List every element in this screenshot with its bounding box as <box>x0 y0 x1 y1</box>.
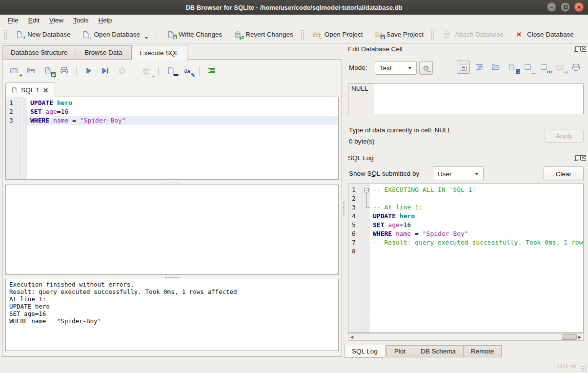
stop-execution-button[interactable] <box>116 64 128 77</box>
toolbar-grip[interactable] <box>431 29 435 40</box>
horizontal-splitter[interactable] <box>5 181 339 184</box>
save-results-dropdown-arrow[interactable] <box>152 76 155 78</box>
revert-changes-label: Revert Changes <box>245 31 293 38</box>
code-line[interactable]: 8 <box>348 247 583 256</box>
log-horizontal-scrollbar[interactable]: ◀ ▶ <box>348 333 584 341</box>
close-sql-tab-icon[interactable]: ✕ <box>43 87 49 94</box>
menu-edit[interactable]: Edit <box>23 16 44 25</box>
copy-link-button[interactable] <box>537 61 550 74</box>
close-panel-icon[interactable]: ✕ <box>581 155 586 161</box>
results-pane[interactable] <box>5 185 339 275</box>
encoding-indicator[interactable]: UTF-8 <box>557 362 576 370</box>
close-panel-icon[interactable]: ✕ <box>581 46 586 52</box>
scrollbar-thumb[interactable] <box>562 334 577 340</box>
toolbar-grip[interactable] <box>3 29 7 40</box>
line-number: 6 <box>348 229 364 238</box>
set-null-button[interactable]: ⊖ <box>553 61 567 74</box>
fold-margin-cell <box>21 99 27 107</box>
open-in-external-button[interactable]: → <box>521 61 534 74</box>
vertical-splitter[interactable] <box>342 60 345 357</box>
import-cell-data-button[interactable] <box>489 61 502 74</box>
dock-tab-db-schema[interactable]: DB Schema <box>413 345 464 357</box>
dock-tab-remote[interactable]: Remote <box>464 345 502 357</box>
print-sql-button[interactable] <box>58 64 70 77</box>
titlebar[interactable]: DB Browser for SQLite - /home/user/code/… <box>0 0 588 15</box>
tab-browse-data[interactable]: Browse Data <box>76 45 131 60</box>
tab-execute-sql[interactable]: Execute SQL <box>131 45 188 60</box>
menu-help[interactable]: Help <box>94 16 117 25</box>
menu-tools[interactable]: Tools <box>68 16 94 25</box>
execute-current-line-button[interactable] <box>99 64 111 77</box>
revert-changes-button[interactable]: ⇄ Revert Changes <box>227 27 299 42</box>
code-line[interactable]: 3-- At line 1: <box>348 203 583 212</box>
write-changes-icon <box>166 30 175 39</box>
sql-log-view[interactable]: 1-- EXECUTING ALL IN 'SQL 1'2--3-- At li… <box>348 184 584 333</box>
auto-completion-button[interactable]: aa ✎ <box>181 64 193 77</box>
word-wrap-button[interactable] <box>473 61 486 74</box>
fold-guide-line <box>366 207 370 208</box>
open-database-button[interactable]: → Open Database <box>76 27 154 42</box>
open-sql-tab-button[interactable]: + <box>8 64 20 77</box>
code-line[interactable]: 3WHERE name = "Spider-Boy" <box>6 116 338 125</box>
write-changes-button[interactable]: Write Changes <box>161 27 227 42</box>
fold-collapse-icon[interactable] <box>365 188 369 192</box>
code-line[interactable]: 1UPDATE hero <box>6 99 338 107</box>
mode-combobox[interactable]: Text <box>375 61 417 75</box>
document-icon <box>460 63 467 71</box>
new-database-button[interactable]: + New Database <box>9 27 76 42</box>
clear-log-button[interactable]: Clear <box>544 166 584 181</box>
save-project-button[interactable]: Save Project <box>368 27 429 42</box>
apply-mode-button[interactable]: ⚙ → <box>419 61 433 75</box>
text-mode-toggle[interactable] <box>457 61 470 74</box>
sql-log-dock-buttons: ✕ <box>574 155 586 161</box>
attach-database-button[interactable]: Attach Database <box>437 27 509 42</box>
statusbar: UTF-8 <box>0 359 588 373</box>
maximize-button[interactable] <box>560 2 570 12</box>
close-button[interactable]: × <box>574 2 584 12</box>
toolbar-grip[interactable] <box>301 29 304 40</box>
save-results-button[interactable] <box>140 64 152 77</box>
tab-database-structure[interactable]: Database Structure <box>2 45 76 60</box>
line-number: 2 <box>6 107 21 116</box>
float-panel-icon[interactable] <box>574 157 578 161</box>
cell-type-info: Type of data currently in cell: NULL <box>349 126 451 134</box>
code-text: WHERE name = "Spider-Boy" <box>27 116 338 125</box>
dock-tab-plot[interactable]: Plot <box>386 345 413 357</box>
code-line[interactable]: 4UPDATE hero <box>348 212 583 221</box>
log-filter-combobox[interactable]: User <box>433 166 484 181</box>
format-sql-button[interactable] <box>205 64 218 77</box>
code-line[interactable]: 5SET age=16 <box>348 221 583 229</box>
scroll-left-arrow[interactable]: ◀ <box>348 334 355 340</box>
minimize-button[interactable]: − <box>547 2 557 12</box>
scroll-right-arrow[interactable]: ▶ <box>576 334 583 340</box>
cell-value-editor[interactable]: NULL <box>348 83 584 114</box>
code-line[interactable]: 7-- Result: query executed successfully.… <box>348 238 583 247</box>
open-database-dropdown-arrow[interactable] <box>145 37 148 39</box>
open-folder-icon <box>491 63 500 71</box>
code-line[interactable]: 2-- <box>348 194 583 203</box>
print-cell-button[interactable] <box>569 61 583 74</box>
code-line[interactable]: 1-- EXECUTING ALL IN 'SQL 1' <box>348 186 583 194</box>
code-line[interactable]: 2SET age=16 <box>6 107 338 116</box>
menu-view[interactable]: View <box>44 16 68 25</box>
word-wrap-icon <box>476 64 483 70</box>
float-panel-icon[interactable] <box>574 48 578 52</box>
close-database-button[interactable]: × Close Database <box>509 27 579 42</box>
export-dropdown-arrow[interactable] <box>516 71 519 73</box>
open-sql-file-button[interactable] <box>25 64 37 77</box>
sql-editor[interactable]: 1UPDATE hero2SET age=163WHERE name = "Sp… <box>5 97 339 180</box>
export-cell-data-button[interactable] <box>505 61 518 74</box>
menu-file[interactable]: File <box>3 16 23 25</box>
dock-tab-sql-log[interactable]: SQL Log <box>344 345 385 358</box>
execute-all-button[interactable] <box>82 64 95 77</box>
window-icon <box>540 64 547 70</box>
open-project-button[interactable]: → Open Project <box>306 27 368 42</box>
code-line[interactable]: 6WHERE name = "Spider-Boy" <box>348 229 583 238</box>
save-sql-dropdown-arrow[interactable] <box>53 76 56 78</box>
apply-button[interactable]: Apply <box>545 129 584 143</box>
cell-editor-text-area[interactable] <box>374 83 583 114</box>
find-in-sql-button[interactable] <box>164 64 177 77</box>
save-sql-file-button[interactable] <box>41 64 54 77</box>
resize-grip[interactable] <box>581 366 587 372</box>
sql-document-tab[interactable]: SQL 1 ✕ <box>5 83 55 97</box>
